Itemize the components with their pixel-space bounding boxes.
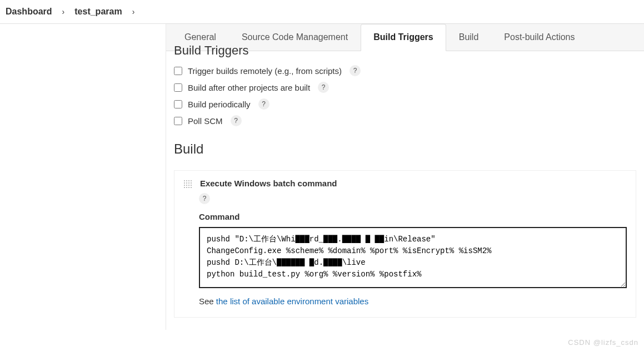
command-textarea[interactable] [199, 227, 627, 288]
trigger-pollscm-checkbox[interactable] [174, 117, 182, 125]
breadcrumb: Dashboard › test_param › [0, 0, 644, 24]
help-icon[interactable]: ? [258, 98, 269, 110]
sidebar [0, 24, 166, 330]
tab-build-triggers[interactable]: Build Triggers [361, 24, 446, 51]
command-label: Command [199, 212, 627, 221]
help-icon[interactable]: ? [318, 82, 329, 93]
trigger-after-checkbox[interactable] [174, 83, 182, 92]
trigger-remote-label: Trigger builds remotely (e.g., from scri… [188, 66, 342, 76]
help-icon[interactable]: ? [199, 193, 210, 204]
trigger-row-remote: Trigger builds remotely (e.g., from scri… [174, 62, 636, 79]
chevron-right-icon: › [62, 7, 65, 16]
trigger-periodic-label: Build periodically [188, 100, 251, 109]
trigger-pollscm-label: Poll SCM [188, 116, 223, 126]
trigger-row-periodic: Build periodically ? [174, 96, 636, 112]
help-icon[interactable]: ? [350, 65, 361, 76]
chevron-right-icon: › [132, 7, 135, 16]
trigger-row-pollscm: Poll SCM ? [174, 112, 636, 129]
drag-handle-icon[interactable] [183, 180, 192, 189]
trigger-periodic-checkbox[interactable] [174, 100, 182, 108]
env-vars-hint: See the list of available environment va… [199, 296, 627, 306]
config-content: General Source Code Management Build Tri… [166, 24, 644, 330]
tab-post-build[interactable]: Post-build Actions [491, 24, 587, 51]
build-step-title: Execute Windows batch command [200, 179, 337, 188]
breadcrumb-project[interactable]: test_param [74, 7, 122, 17]
env-vars-link[interactable]: the list of available environment variab… [216, 296, 368, 306]
trigger-remote-checkbox[interactable] [174, 67, 182, 75]
help-icon[interactable]: ? [231, 115, 242, 126]
build-heading: Build [174, 129, 636, 167]
build-step: Execute Windows batch command ? Command … [174, 170, 636, 318]
breadcrumb-dashboard[interactable]: Dashboard [6, 7, 52, 17]
trigger-row-after: Build after other projects are built ? [174, 79, 636, 96]
trigger-after-label: Build after other projects are built [188, 83, 310, 92]
see-prefix: See [199, 296, 216, 306]
tab-build[interactable]: Build [446, 24, 492, 51]
